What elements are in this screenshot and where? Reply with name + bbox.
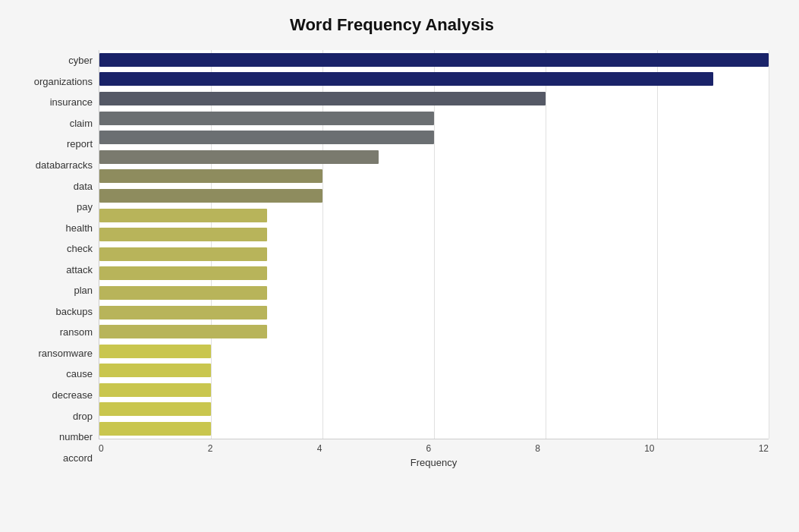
bar bbox=[99, 286, 267, 300]
chart-container: Word Frequency Analysis cyberorganizatio… bbox=[0, 0, 799, 532]
bar-row bbox=[99, 90, 769, 108]
bar bbox=[99, 131, 434, 144]
bar-row bbox=[99, 400, 769, 418]
y-label: insurance bbox=[50, 93, 93, 112]
y-label: data bbox=[74, 177, 93, 195]
y-label: cause bbox=[66, 365, 93, 383]
bar bbox=[99, 402, 211, 416]
y-label: plan bbox=[74, 282, 93, 300]
y-label: ransomware bbox=[38, 344, 93, 362]
bar bbox=[99, 150, 379, 164]
x-tick: 8 bbox=[535, 443, 540, 454]
bar bbox=[99, 306, 267, 320]
x-tick: 4 bbox=[317, 443, 322, 454]
y-label: organizations bbox=[34, 72, 93, 90]
y-label: claim bbox=[70, 114, 93, 132]
bar-row bbox=[99, 264, 769, 282]
bar-row bbox=[99, 381, 769, 399]
bars-section: 024681012 Frequency bbox=[99, 50, 769, 468]
bar bbox=[99, 169, 322, 183]
bar bbox=[99, 112, 434, 125]
bar bbox=[99, 92, 546, 105]
y-label: pay bbox=[77, 198, 93, 216]
y-label: check bbox=[67, 240, 93, 258]
y-label: decrease bbox=[52, 386, 93, 405]
x-tick: 6 bbox=[426, 443, 431, 454]
bar-row bbox=[99, 148, 769, 166]
bar-row bbox=[99, 128, 769, 146]
bar bbox=[99, 72, 713, 86]
x-tick: 10 bbox=[644, 443, 654, 454]
bar-row bbox=[99, 167, 769, 185]
x-tick: 0 bbox=[99, 443, 104, 454]
bar-row bbox=[99, 70, 769, 88]
bar-row bbox=[99, 187, 769, 205]
bar-row bbox=[99, 109, 769, 127]
chart-area: cyberorganizationsinsuranceclaimreportda… bbox=[15, 50, 769, 468]
y-label: ransom bbox=[60, 323, 93, 342]
x-axis-label: Frequency bbox=[99, 457, 769, 468]
bar-row bbox=[99, 206, 769, 225]
y-label: report bbox=[67, 135, 93, 153]
y-label: backups bbox=[56, 302, 93, 320]
bar bbox=[99, 228, 267, 241]
bar bbox=[99, 247, 267, 261]
bar-row bbox=[99, 342, 769, 360]
bar-row bbox=[99, 245, 769, 263]
y-label: attack bbox=[66, 260, 93, 279]
y-label: accord bbox=[63, 449, 93, 467]
y-axis: cyberorganizationsinsuranceclaimreportda… bbox=[15, 50, 99, 468]
bar-row bbox=[99, 420, 769, 438]
bar bbox=[99, 325, 267, 338]
y-label: number bbox=[59, 428, 93, 446]
x-tick: 12 bbox=[759, 443, 769, 454]
bar-row bbox=[99, 361, 769, 379]
bar-row bbox=[99, 304, 769, 322]
chart-title: Word Frequency Analysis bbox=[15, 15, 769, 35]
grid-line bbox=[769, 50, 769, 439]
bar bbox=[99, 364, 211, 377]
y-label: health bbox=[66, 219, 93, 237]
x-tick: 2 bbox=[208, 443, 213, 454]
bar-row bbox=[99, 323, 769, 341]
x-axis: 024681012 bbox=[99, 439, 769, 454]
bar bbox=[99, 383, 211, 397]
bar bbox=[99, 266, 267, 280]
bar bbox=[99, 189, 322, 203]
bar bbox=[99, 53, 769, 67]
bar bbox=[99, 209, 267, 222]
bar bbox=[99, 422, 211, 436]
y-label: databarracks bbox=[36, 156, 93, 175]
y-label: cyber bbox=[68, 52, 93, 70]
bar-row bbox=[99, 225, 769, 244]
bar-row bbox=[99, 284, 769, 302]
bar-row bbox=[99, 51, 769, 69]
bars-wrapper bbox=[99, 50, 769, 439]
bar bbox=[99, 345, 211, 358]
y-label: drop bbox=[73, 407, 93, 425]
